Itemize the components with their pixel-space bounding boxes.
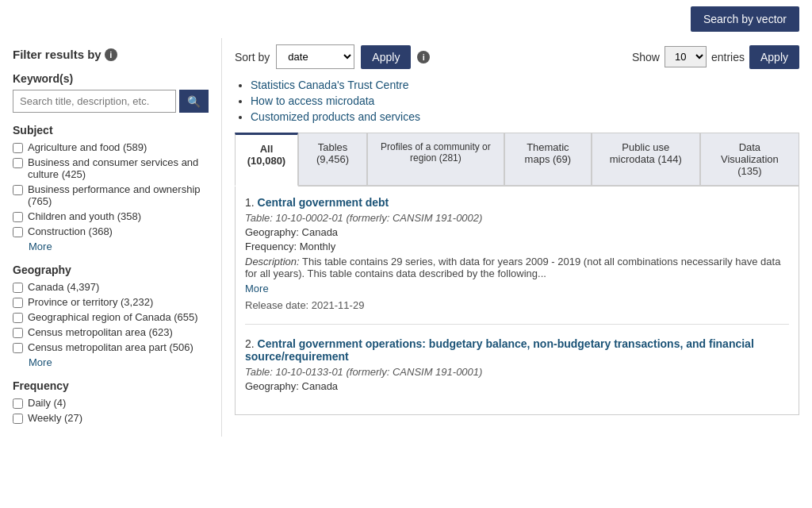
controls-row: Sort by date relevance title Apply i Sho… <box>235 44 799 69</box>
subject-filter-item: Children and youth (358) <box>13 210 209 222</box>
trust-centre-link[interactable]: Statistics Canada's Trust Centre <box>251 79 409 91</box>
geography-filter-item: Census metropolitan area part (506) <box>13 341 209 353</box>
filter-title: Filter results by i <box>13 48 209 61</box>
frequency-checkbox-1[interactable] <box>13 414 23 424</box>
tab-thematic[interactable]: Thematic maps (69) <box>504 133 592 185</box>
geography-more-link[interactable]: More <box>29 356 209 368</box>
bullet-links: Statistics Canada's Trust Centre How to … <box>235 79 799 123</box>
subject-checkbox-1[interactable] <box>13 158 23 168</box>
result-geography-2: Geography: Canada <box>245 380 789 392</box>
geography-filter-item: Province or territory (3,232) <box>13 296 209 308</box>
search-vector-button[interactable]: Search by vector <box>691 6 799 32</box>
subject-section-title: Subject <box>13 124 209 137</box>
results-area: 1. Central government debt Table: 10-10-… <box>235 187 799 415</box>
result-more-link-1[interactable]: More <box>245 283 789 294</box>
geography-filter-item: Census metropolitan area (623) <box>13 326 209 338</box>
keyword-container: 🔍 <box>13 90 209 113</box>
subject-filter-item: Business and consumer services and cultu… <box>13 156 209 180</box>
sort-group: Sort by date relevance title Apply i <box>235 44 430 69</box>
show-select[interactable]: 10 25 50 <box>665 46 707 67</box>
tab-tables[interactable]: Tables (9,456) <box>298 133 367 185</box>
subject-checkbox-4[interactable] <box>13 227 23 237</box>
main-layout: Filter results by i Keyword(s) 🔍 Subject… <box>0 38 812 437</box>
geography-checkbox-4[interactable] <box>13 343 23 353</box>
result-freq-val-1: Monthly <box>300 241 336 252</box>
result-release-label-1: Release date: <box>245 299 308 311</box>
show-label: Show <box>632 51 660 64</box>
keyword-section-title: Keyword(s) <box>13 72 209 85</box>
show-apply-button[interactable]: Apply <box>749 45 799 69</box>
subject-label-1: Business and consumer services and cultu… <box>28 156 209 180</box>
subject-checkbox-0[interactable] <box>13 143 23 153</box>
frequency-label-0: Daily (4) <box>28 397 66 409</box>
customized-products-link[interactable]: Customized products and services <box>251 110 420 123</box>
entries-label: entries <box>711 51 745 64</box>
result-geo-label-1: Geography: <box>245 226 299 238</box>
geography-label-3: Census metropolitan area (623) <box>28 326 173 338</box>
subject-checkbox-2[interactable] <box>13 185 23 195</box>
result-freq-label-1: Frequency: <box>245 241 297 252</box>
frequency-filter-item: Daily (4) <box>13 397 209 409</box>
sort-apply-button[interactable]: Apply <box>361 45 411 69</box>
subject-filter-item: Construction (368) <box>13 225 209 237</box>
result-desc-1: Description: This table contains 29 seri… <box>245 256 789 279</box>
tab-microdata[interactable]: Public use microdata (144) <box>592 133 700 185</box>
info-icon[interactable]: i <box>105 48 117 61</box>
show-group: Show 10 25 50 entries Apply <box>632 45 799 69</box>
geography-checkbox-0[interactable] <box>13 283 23 293</box>
geography-label-1: Province or territory (3,232) <box>28 296 153 308</box>
geography-section-title: Geography <box>13 264 209 276</box>
subject-label-3: Children and youth (358) <box>28 210 141 222</box>
geography-checkbox-1[interactable] <box>13 298 23 308</box>
result-item-2: 2. Central government operations: budget… <box>245 337 789 405</box>
keyword-search-button[interactable]: 🔍 <box>179 90 209 113</box>
subject-filter-item: Business performance and ownership (765) <box>13 183 209 207</box>
result-number-1: 1. Central government debt <box>245 196 789 209</box>
result-geo-val-2: Canada <box>302 380 339 392</box>
frequency-filter-item: Weekly (27) <box>13 412 209 424</box>
sort-info-icon[interactable]: i <box>417 51 430 64</box>
subject-more-link[interactable]: More <box>29 241 209 252</box>
result-geo-val-1: Canada <box>302 226 339 238</box>
geography-filter-item: Canada (4,397) <box>13 281 209 293</box>
result-title-link-1[interactable]: Central government debt <box>258 196 389 209</box>
content-area: Sort by date relevance title Apply i Sho… <box>222 38 812 437</box>
subject-label-2: Business performance and ownership (765) <box>28 183 209 207</box>
geography-filter-item: Geographical region of Canada (655) <box>13 311 209 323</box>
result-num-text-1: 1. <box>245 196 255 209</box>
filter-title-text: Filter results by <box>13 48 102 61</box>
tab-visualization[interactable]: Data Visualization (135) <box>700 133 799 185</box>
geography-checkbox-3[interactable] <box>13 328 23 338</box>
result-table-id-1: Table: 10-10-0002-01 (formerly: CANSIM 1… <box>245 212 789 224</box>
tab-all[interactable]: All (10,080) <box>235 133 298 187</box>
result-num-text-2: 2. <box>245 337 255 350</box>
sort-label: Sort by <box>235 51 270 64</box>
subject-label-0: Agriculture and food (589) <box>28 141 147 153</box>
frequency-label-1: Weekly (27) <box>28 412 82 424</box>
subject-checkbox-3[interactable] <box>13 212 23 222</box>
result-title-link-2[interactable]: Central government operations: budgetary… <box>245 337 754 363</box>
geography-label-0: Canada (4,397) <box>28 281 99 293</box>
subject-filter-item: Agriculture and food (589) <box>13 141 209 153</box>
result-geo-label-2: Geography: <box>245 380 299 392</box>
microdata-link[interactable]: How to access microdata <box>251 94 374 107</box>
result-release-date-1: 2021-11-29 <box>312 299 365 311</box>
sort-select[interactable]: date relevance title <box>276 44 354 69</box>
result-release-1: Release date: 2021-11-29 <box>245 299 789 311</box>
tab-profiles[interactable]: Profiles of a community or region (281) <box>367 133 504 185</box>
result-number-2: 2. Central government operations: budget… <box>245 337 789 363</box>
top-bar: Search by vector <box>0 0 812 38</box>
geography-checkbox-2[interactable] <box>13 313 23 323</box>
frequency-checkbox-0[interactable] <box>13 398 23 409</box>
result-desc-text-1: This table contains 29 series, with data… <box>245 256 780 279</box>
tabs-container: All (10,080) Tables (9,456) Profiles of … <box>235 133 799 187</box>
result-frequency-1: Frequency: Monthly <box>245 241 789 252</box>
result-desc-label-1: Description: <box>245 256 300 267</box>
frequency-section-title: Frequency <box>13 379 209 392</box>
sidebar: Filter results by i Keyword(s) 🔍 Subject… <box>0 38 222 437</box>
geography-label-2: Geographical region of Canada (655) <box>28 311 198 323</box>
result-item-1: 1. Central government debt Table: 10-10-… <box>245 196 789 325</box>
geography-label-4: Census metropolitan area part (506) <box>28 341 193 353</box>
keyword-input[interactable] <box>13 90 176 113</box>
subject-label-4: Construction (368) <box>28 225 113 237</box>
